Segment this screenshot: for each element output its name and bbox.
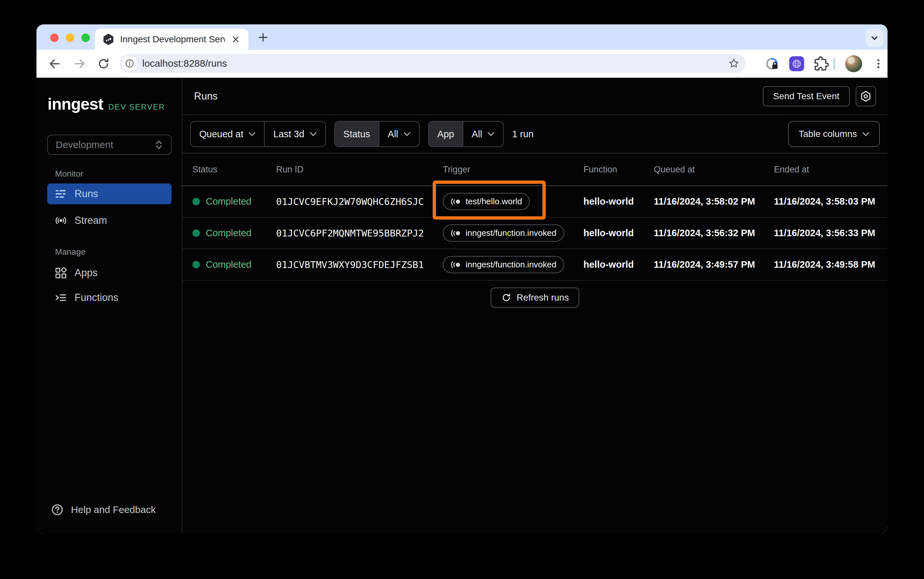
- status-cell: Completed: [192, 196, 276, 207]
- app-filter-dropdown[interactable]: All: [463, 122, 503, 146]
- result-count: 1 run: [512, 129, 533, 139]
- environment-selector[interactable]: Development: [47, 135, 172, 155]
- browser-window: Inngest Development Server localhost:828…: [36, 25, 888, 533]
- chevron-down-icon: [487, 132, 494, 137]
- forward-button[interactable]: [73, 57, 86, 70]
- app-filter-value: All: [472, 129, 482, 139]
- reload-button[interactable]: [97, 57, 110, 70]
- main-header: Runs Send Test Event: [182, 78, 888, 115]
- status-dot-icon: [192, 229, 200, 237]
- table-columns-button[interactable]: Table columns: [788, 121, 880, 147]
- minimize-window-button[interactable]: [66, 33, 74, 42]
- time-range-label: Last 3d: [273, 129, 304, 139]
- browser-menu-icon[interactable]: [872, 57, 885, 70]
- status-filter-dropdown[interactable]: All: [379, 122, 419, 146]
- time-range-dropdown[interactable]: Last 3d: [264, 122, 325, 146]
- status-dot-icon: [192, 198, 200, 205]
- zoom-window-button[interactable]: [81, 33, 90, 42]
- run-id[interactable]: 01JCVC9EFKJ2W70WQHC6ZH6SJC: [276, 196, 443, 207]
- function-name[interactable]: hello-world: [583, 196, 654, 207]
- sidebar-item-label: Functions: [75, 292, 118, 304]
- tab-close-icon[interactable]: [231, 34, 241, 44]
- column-header-function: Function: [583, 165, 654, 175]
- status-label: Completed: [206, 259, 251, 270]
- page-title: Runs: [194, 90, 217, 102]
- refresh-row: Refresh runs: [182, 288, 888, 308]
- sidebar-item-stream[interactable]: Stream: [47, 210, 172, 231]
- new-tab-button[interactable]: [256, 31, 269, 44]
- sidebar-item-label: Runs: [75, 188, 98, 200]
- sidebar-item-label: Stream: [75, 215, 107, 226]
- tab-search-chevron-button[interactable]: [865, 29, 884, 47]
- table-columns-label: Table columns: [799, 129, 857, 139]
- sidebar-item-functions[interactable]: Functions: [47, 287, 172, 308]
- window-controls: [50, 33, 90, 42]
- inngest-favicon-icon: [103, 33, 114, 45]
- trigger-pill[interactable]: test/hello.world: [443, 193, 530, 210]
- ended-at: 11/16/2024, 3:56:33 PM: [774, 228, 888, 239]
- event-waves-icon: [451, 229, 461, 237]
- trigger-cell: test/hello.world: [443, 193, 583, 210]
- broadcast-icon: [54, 214, 67, 227]
- trigger-pill[interactable]: inngest/function.invoked: [443, 224, 564, 242]
- time-field-label: Queued at: [199, 129, 243, 139]
- chevron-down-icon: [862, 132, 869, 137]
- status-cell: Completed: [192, 259, 276, 270]
- purple-extension-icon[interactable]: [789, 56, 804, 71]
- back-button[interactable]: [48, 57, 61, 70]
- column-header-run-id: Run ID: [276, 165, 443, 175]
- column-header-status: Status: [192, 165, 276, 175]
- send-test-event-button[interactable]: Send Test Event: [763, 86, 850, 106]
- settings-button[interactable]: [856, 86, 876, 106]
- sidebar-item-apps[interactable]: Apps: [47, 262, 172, 283]
- address-bar[interactable]: localhost:8288/runs: [120, 54, 745, 73]
- refresh-icon: [501, 293, 512, 303]
- column-header-queued: Queued at: [654, 165, 774, 175]
- bookmark-star-icon[interactable]: [728, 57, 740, 69]
- time-filter-control: Queued at Last 3d: [190, 121, 326, 147]
- sidebar: inngest DEV SERVER Development Monitor R…: [36, 78, 182, 533]
- refresh-runs-button[interactable]: Refresh runs: [491, 288, 579, 308]
- chevron-down-icon: [404, 132, 410, 137]
- queued-at: 11/16/2024, 3:56:32 PM: [654, 228, 774, 239]
- url-text[interactable]: localhost:8288/runs: [142, 58, 728, 69]
- trigger-cell: inngest/function.invoked: [443, 224, 583, 242]
- table-row[interactable]: Completed 01JCVBTMV3WXY9D3CFDEJFZSB1 inn…: [182, 249, 888, 281]
- browser-tab[interactable]: Inngest Development Server: [95, 29, 248, 50]
- sidebar-item-runs[interactable]: Runs: [47, 183, 172, 204]
- environment-selector-value: Development: [56, 139, 113, 150]
- extensions-puzzle-icon[interactable]: [814, 56, 829, 71]
- app-content: inngest DEV SERVER Development Monitor R…: [36, 78, 888, 533]
- ended-at: 11/16/2024, 3:49:58 PM: [774, 259, 888, 270]
- logo-row: inngest DEV SERVER: [48, 95, 165, 113]
- tab-strip: Inngest Development Server: [36, 25, 888, 50]
- gear-icon: [860, 90, 872, 103]
- question-circle-icon: [51, 503, 64, 516]
- chevron-down-icon: [248, 132, 256, 137]
- table-row[interactable]: Completed 01JCVC9EFKJ2W70WQHC6ZH6SJC tes…: [182, 186, 888, 218]
- status-filter-label: Status: [335, 122, 379, 146]
- inngest-logo: inngest: [48, 95, 103, 113]
- close-window-button[interactable]: [50, 33, 59, 42]
- profile-avatar[interactable]: [845, 55, 862, 72]
- run-id[interactable]: 01JCVC6PF2MQNMTWE95BBRZPJ2: [276, 228, 443, 239]
- sidebar-item-label: Apps: [75, 267, 98, 279]
- function-name[interactable]: hello-world: [583, 228, 654, 239]
- help-and-feedback-link[interactable]: Help and Feedback: [51, 503, 156, 516]
- function-name[interactable]: hello-world: [583, 259, 654, 270]
- trigger-pill[interactable]: inngest/function.invoked: [443, 256, 564, 273]
- dev-server-badge: DEV SERVER: [108, 103, 165, 111]
- status-dot-icon: [192, 261, 200, 268]
- table-row[interactable]: Completed 01JCVC6PF2MQNMTWE95BBRZPJ2 inn…: [182, 218, 888, 249]
- status-label: Completed: [206, 228, 251, 239]
- run-id[interactable]: 01JCVBTMV3WXY9D3CFDEJFZSB1: [276, 259, 443, 270]
- app-filter-control: App All: [428, 121, 504, 147]
- time-field-dropdown[interactable]: Queued at: [191, 122, 264, 146]
- monitor-section-label: Monitor: [55, 169, 83, 179]
- site-info-icon[interactable]: [122, 56, 137, 71]
- trigger-label: test/hello.world: [466, 196, 522, 206]
- runs-table-body: Completed 01JCVC9EFKJ2W70WQHC6ZH6SJC tes…: [182, 186, 888, 281]
- password-manager-extension-icon[interactable]: [765, 56, 780, 71]
- toolbar-divider: [834, 58, 835, 69]
- browser-toolbar: localhost:8288/runs: [36, 50, 888, 78]
